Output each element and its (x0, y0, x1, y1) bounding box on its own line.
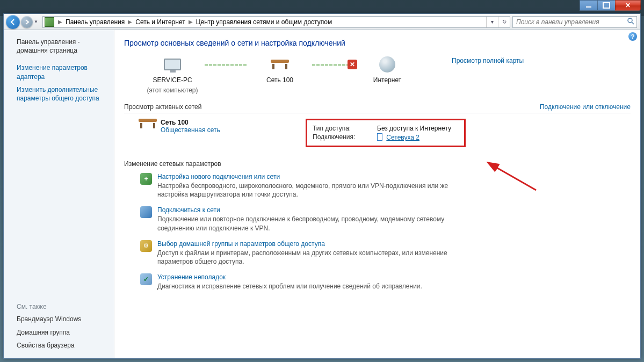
map-connection-fail: ✕ (312, 64, 355, 66)
sidebar-home-link[interactable]: Панель управления - домашняя страница (4, 35, 114, 57)
task-title[interactable]: Подключиться к сети (157, 206, 458, 214)
homegroup-icon (140, 240, 152, 252)
active-net-type[interactable]: Общественная сеть (161, 126, 284, 134)
active-networks-title: Просмотр активных сетей (124, 103, 201, 111)
connect-disconnect-link[interactable]: Подключение или отключение (540, 103, 631, 111)
connect-network-icon (140, 206, 152, 218)
main-content: ? Просмотр основных сведений о сети и на… (114, 30, 640, 358)
connections-label: Подключения: (313, 133, 377, 141)
toolbar: ▼ ▶ Панель управления ▶ Сеть и Интернет … (4, 14, 640, 30)
breadcrumb-level3[interactable]: Центр управления сетями и общим доступом (195, 18, 334, 26)
task-desc: Настройка беспроводного, широкополосного… (157, 182, 458, 199)
sidebar-see-also-heading: См. также (4, 301, 114, 313)
sidebar-browser-props-link[interactable]: Свойства браузера (4, 339, 114, 352)
map-node-internet: Интернет (355, 55, 419, 84)
svg-line-1 (632, 22, 634, 24)
sidebar-adapter-settings-link[interactable]: Изменение параметров адаптера (4, 61, 114, 83)
task-title[interactable]: Устранение неполадок (157, 273, 422, 281)
new-connection-icon (140, 173, 152, 185)
access-type-label: Тип доступа: (313, 125, 377, 132)
active-net-name: Сеть 100 (161, 119, 284, 126)
task-title[interactable]: Настройка нового подключения или сети (157, 173, 458, 180)
task-troubleshoot: Устранение неполадок Диагностика и испра… (140, 273, 631, 291)
map-node-network: Сеть 100 (248, 55, 312, 84)
search-box (512, 16, 637, 28)
close-button[interactable] (615, 0, 641, 11)
sidebar-sharing-settings-link[interactable]: Изменить дополнительные параметры общего… (4, 83, 114, 105)
sidebar-firewall-link[interactable]: Брандмауэр Windows (4, 313, 114, 325)
sidebar-homegroup-link[interactable]: Домашняя группа (4, 326, 114, 339)
task-list: Настройка нового подключения или сети На… (140, 173, 631, 291)
page-title: Просмотр основных сведений о сети и наст… (124, 39, 631, 47)
task-connect-network: Подключиться к сети Подключение или повт… (140, 206, 631, 232)
control-panel-window: ▼ ▶ Панель управления ▶ Сеть и Интернет … (3, 13, 641, 359)
maximize-button[interactable] (597, 0, 616, 11)
map-internet: Интернет (373, 76, 401, 84)
computer-icon (164, 55, 181, 74)
minimize-button[interactable] (580, 0, 598, 11)
task-title[interactable]: Выбор домашней группы и параметров общег… (157, 240, 458, 248)
back-button[interactable] (6, 15, 20, 29)
task-desc: Диагностика и исправление сетевых пробле… (157, 282, 422, 291)
chevron-right-icon[interactable]: ▶ (126, 19, 134, 25)
svg-point-0 (628, 18, 632, 23)
map-connection-ok (205, 64, 248, 66)
network-map: SERVICE-PC (этот компьютер) Сеть 100 ✕ И… (140, 55, 631, 95)
active-networks-header: Просмотр активных сетей Подключение или … (124, 101, 631, 113)
bench-icon (135, 119, 161, 147)
task-desc: Подключение или повторное подключение к … (157, 215, 458, 232)
sidebar: Панель управления - домашняя страница Из… (4, 30, 114, 358)
access-type-value: Без доступа к Интернету (377, 125, 451, 132)
forward-button[interactable] (21, 16, 33, 28)
globe-icon (379, 55, 395, 74)
search-icon[interactable] (625, 17, 636, 26)
breadcrumb-level2[interactable]: Сеть и Интернет (134, 18, 186, 26)
breadcrumb-level1[interactable]: Панель управления (64, 18, 126, 26)
search-input[interactable] (513, 18, 625, 26)
help-icon[interactable]: ? (628, 32, 637, 41)
x-icon: ✕ (348, 60, 357, 69)
address-dropdown[interactable]: ▾ (486, 17, 498, 27)
refresh-button[interactable]: ↻ (498, 17, 510, 27)
active-network-block: Сеть 100 Общественная сеть Тип доступа: … (135, 119, 631, 147)
task-desc: Доступ к файлам и принтерам, расположенн… (157, 249, 458, 266)
map-net-name: Сеть 100 (266, 76, 293, 84)
address-bar[interactable]: ▶ Панель управления ▶ Сеть и Интернет ▶ … (42, 16, 510, 28)
chevron-right-icon[interactable]: ▶ (56, 19, 64, 25)
view-full-map-link[interactable]: Просмотр полной карты (452, 57, 524, 64)
bench-icon (271, 55, 289, 74)
window-controls (580, 0, 641, 11)
control-panel-icon (45, 17, 54, 27)
highlighted-details-box: Тип доступа: Без доступа к Интернету Под… (306, 119, 466, 147)
chevron-right-icon[interactable]: ▶ (186, 19, 195, 25)
nav-history-dropdown[interactable]: ▼ (34, 19, 40, 24)
connection-link[interactable]: Сетевуха 2 (386, 134, 419, 141)
map-node-pc: SERVICE-PC (этот компьютер) (140, 55, 205, 95)
map-pc-name: SERVICE-PC (153, 76, 192, 84)
adapter-icon (377, 133, 382, 141)
network-settings-header: Изменение сетевых параметров (124, 160, 631, 168)
troubleshoot-icon (140, 273, 152, 285)
map-pc-sub: (этот компьютер) (147, 86, 198, 95)
task-homegroup: Выбор домашней группы и параметров общег… (140, 240, 631, 266)
task-new-connection: Настройка нового подключения или сети На… (140, 173, 631, 199)
